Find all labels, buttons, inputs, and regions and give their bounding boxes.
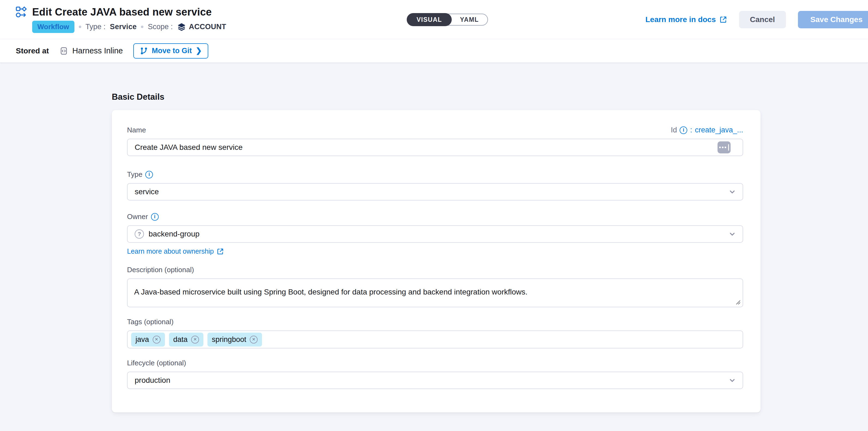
lifecycle-label: Lifecycle (optional) (127, 359, 186, 367)
move-to-git-label: Move to Git (152, 46, 192, 55)
page-header: Edit Create JAVA based new service Workf… (0, 0, 868, 39)
description-textarea[interactable]: A Java-based microservice built using Sp… (128, 279, 743, 307)
git-branch-icon (140, 47, 148, 55)
tag-chip-label: springboot (212, 335, 246, 344)
learn-more-docs-link[interactable]: Learn more in docs (645, 15, 727, 24)
tag-chip-label: java (135, 335, 149, 344)
cancel-button[interactable]: Cancel (739, 11, 786, 28)
tag-chip: data ✕ (169, 333, 204, 346)
text-cursor-icon[interactable] (717, 141, 731, 154)
type-meta-label: Type : (86, 23, 106, 31)
type-select-value: service (135, 188, 159, 196)
chevron-right-icon: ❯ (196, 47, 202, 55)
circle-x-icon[interactable]: ✕ (191, 336, 199, 343)
lifecycle-field-group: Lifecycle (optional) production (127, 359, 743, 389)
type-field-group: Type i service (127, 170, 743, 200)
description-field-group: Description (optional) A Java-based micr… (127, 266, 743, 307)
external-link-icon (719, 16, 727, 24)
description-textarea-wrapper: A Java-based microservice built using Sp… (127, 278, 743, 307)
lifecycle-select-value: production (135, 376, 170, 385)
name-input[interactable] (135, 139, 736, 156)
owner-select-value: backend-group (149, 230, 199, 238)
tag-chip: java ✕ (131, 333, 165, 346)
storage-bar: Stored at Harness Inline Move to Git ❯ (0, 39, 868, 63)
scope-meta-label: Scope : (148, 23, 173, 31)
type-label: Type i (127, 170, 153, 179)
type-meta-value: Service (110, 23, 136, 31)
tag-chip: springboot ✕ (208, 333, 262, 346)
inline-code-icon (59, 46, 68, 56)
header-actions: Learn more in docs Cancel Save Changes (645, 11, 868, 28)
tag-chip-label: data (174, 335, 188, 344)
name-label: Name (127, 126, 146, 134)
circle-x-icon[interactable]: ✕ (250, 336, 258, 343)
tags-label: Tags (optional) (127, 318, 174, 326)
ownership-link-label: Learn more about ownership (127, 247, 214, 255)
owner-field-group: Owner i ? backend-group Learn more about… (127, 212, 743, 255)
title-block: Edit Create JAVA based new service Workf… (15, 6, 226, 33)
storage-location: Harness Inline (59, 46, 123, 56)
name-input-wrapper (127, 139, 743, 156)
workflow-badge: Workflow (32, 21, 74, 33)
tab-yaml[interactable]: YAML (451, 14, 488, 25)
id-value-link[interactable]: create_java_... (695, 126, 743, 134)
scope-meta-value: ACCOUNT (189, 23, 226, 31)
meta-separator-dot (141, 26, 144, 28)
meta-separator-dot (79, 26, 81, 28)
visual-yaml-toggle: VISUAL YAML (407, 13, 488, 26)
info-circle-icon[interactable]: i (680, 126, 687, 134)
entity-meta: Workflow Type : Service Scope : ACCOUNT (32, 21, 226, 33)
question-circle-icon: ? (135, 229, 144, 239)
resize-handle-icon[interactable] (735, 299, 741, 305)
description-label: Description (optional) (127, 266, 194, 274)
page-title: Edit Create JAVA based new service (32, 6, 212, 18)
basic-details-card: Name Id i : create_java_... Type (112, 110, 761, 412)
chevron-down-icon (728, 188, 737, 196)
circle-x-icon[interactable]: ✕ (153, 336, 161, 343)
id-separator: : (690, 126, 692, 134)
stored-at-label: Stored at (16, 46, 49, 55)
learn-more-docs-label: Learn more in docs (645, 15, 716, 24)
tags-field-group: Tags (optional) java ✕ data ✕ springboot… (127, 318, 743, 349)
section-title: Basic Details (112, 92, 868, 102)
layers-icon (177, 23, 186, 31)
storage-location-label: Harness Inline (72, 46, 123, 55)
ownership-link[interactable]: Learn more about ownership (127, 247, 224, 255)
id-label: Id (671, 126, 677, 134)
save-changes-button[interactable]: Save Changes (798, 11, 868, 28)
tags-input[interactable]: java ✕ data ✕ springboot ✕ (127, 330, 743, 349)
chevron-down-icon (728, 376, 737, 385)
workflow-icon (15, 6, 27, 18)
tab-visual[interactable]: VISUAL (407, 13, 452, 26)
entity-id-row: Id i : create_java_... (671, 126, 743, 134)
name-field-group: Name Id i : create_java_... (127, 126, 743, 156)
owner-select[interactable]: ? backend-group (127, 225, 743, 243)
type-select[interactable]: service (127, 183, 743, 200)
info-circle-icon[interactable]: i (151, 213, 159, 221)
external-link-icon (217, 248, 224, 255)
info-circle-icon[interactable]: i (145, 171, 153, 178)
owner-label: Owner i (127, 212, 159, 221)
chevron-down-icon (728, 230, 737, 238)
move-to-git-button[interactable]: Move to Git ❯ (133, 43, 209, 59)
lifecycle-select[interactable]: production (127, 372, 743, 389)
main-content: Basic Details Name Id i : create_java_..… (0, 63, 868, 412)
